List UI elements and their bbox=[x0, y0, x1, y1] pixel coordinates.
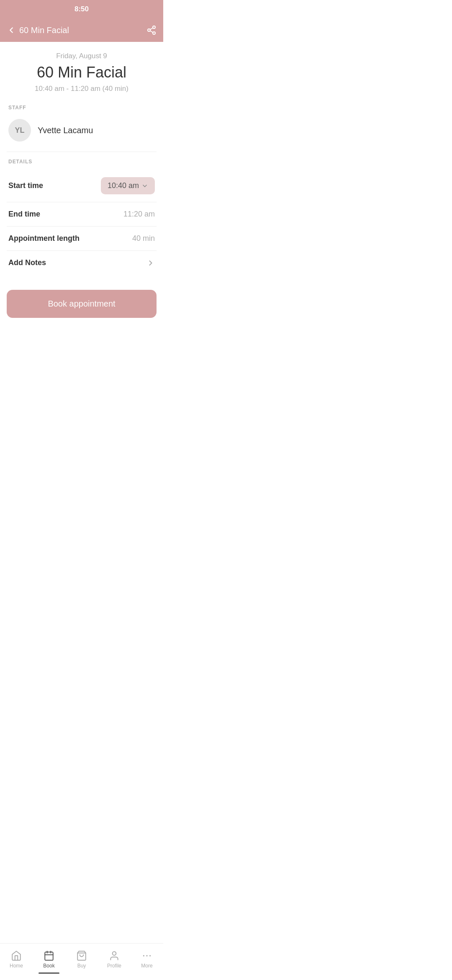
date-label: Friday, August 9 bbox=[7, 52, 157, 60]
status-time: 8:50 bbox=[74, 5, 89, 13]
end-time-row: End time 11:20 am bbox=[7, 202, 157, 227]
section-divider bbox=[7, 152, 157, 152]
staff-section-label: STAFF bbox=[7, 105, 157, 111]
book-button-wrapper: Book appointment bbox=[0, 283, 163, 325]
svg-line-4 bbox=[150, 28, 153, 30]
staff-avatar: YL bbox=[8, 119, 31, 142]
chevron-down-icon bbox=[141, 183, 148, 189]
staff-row: YL Yvette Lacamu bbox=[7, 116, 157, 152]
toolbar-title: 60 Min Facial bbox=[19, 26, 69, 35]
time-range: 10:40 am - 11:20 am (40 min) bbox=[7, 85, 157, 93]
end-time-value: 11:20 am bbox=[123, 210, 155, 219]
service-title: 60 Min Facial bbox=[7, 64, 157, 81]
share-button[interactable] bbox=[146, 25, 157, 35]
back-icon bbox=[7, 26, 16, 35]
toolbar: 60 Min Facial bbox=[0, 18, 163, 42]
add-notes-label: Add Notes bbox=[8, 258, 46, 267]
back-button[interactable]: 60 Min Facial bbox=[7, 26, 69, 35]
appointment-length-value: 40 min bbox=[132, 234, 155, 243]
share-icon bbox=[146, 25, 157, 35]
appointment-length-label: Appointment length bbox=[8, 234, 80, 243]
svg-line-3 bbox=[150, 31, 153, 33]
details-section-label: DETAILS bbox=[7, 159, 157, 165]
staff-initials: YL bbox=[15, 126, 24, 135]
start-time-button[interactable]: 10:40 am bbox=[101, 177, 155, 194]
start-time-label: Start time bbox=[8, 181, 43, 190]
chevron-right-icon bbox=[146, 259, 155, 267]
end-time-label: End time bbox=[8, 210, 40, 219]
staff-name: Yvette Lacamu bbox=[38, 126, 93, 135]
start-time-value: 10:40 am bbox=[108, 181, 139, 190]
book-appointment-button[interactable]: Book appointment bbox=[7, 290, 157, 318]
start-time-row: Start time 10:40 am bbox=[7, 170, 157, 202]
main-content: Friday, August 9 60 Min Facial 10:40 am … bbox=[0, 42, 163, 283]
status-bar: 8:50 bbox=[0, 0, 163, 18]
add-notes-row[interactable]: Add Notes bbox=[7, 251, 157, 275]
appointment-length-row: Appointment length 40 min bbox=[7, 227, 157, 251]
